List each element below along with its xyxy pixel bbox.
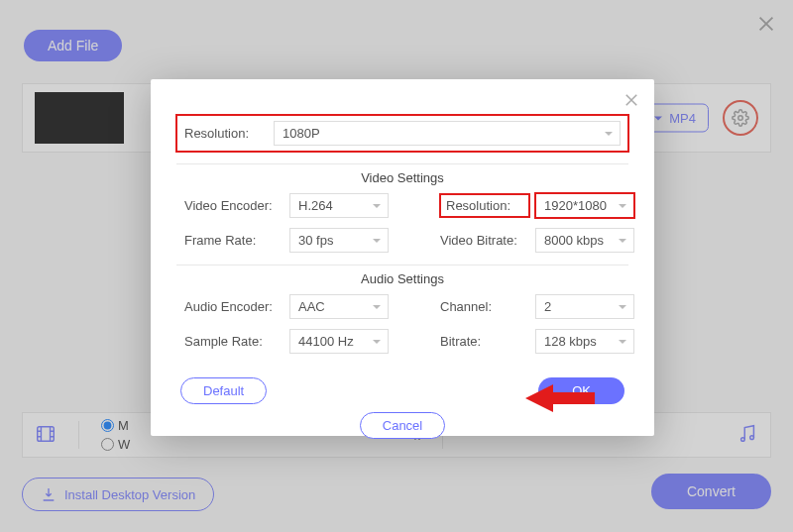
- svg-rect-1: [38, 426, 55, 441]
- frame-rate-value: 30 fps: [298, 233, 333, 248]
- audio-bitrate-label: Bitrate:: [440, 334, 529, 349]
- audio-encoder-label: Audio Encoder:: [184, 299, 283, 314]
- svg-point-0: [738, 116, 743, 121]
- audio-encoder-select[interactable]: AAC: [289, 294, 389, 319]
- ok-button[interactable]: OK: [538, 377, 624, 404]
- default-label: Default: [203, 383, 244, 398]
- svg-point-3: [750, 435, 754, 439]
- audio-bitrate-value: 128 kbps: [544, 334, 597, 349]
- channel-select[interactable]: 2: [535, 294, 634, 319]
- video-resolution-select[interactable]: 1920*1080: [535, 193, 634, 218]
- video-settings-grid: Video Encoder: H.264 Resolution: 1920*10…: [176, 193, 628, 253]
- audio-settings-title: Audio Settings: [176, 265, 628, 286]
- format-label: MP4: [669, 111, 696, 126]
- video-bitrate-label: Video Bitrate:: [440, 233, 529, 248]
- svg-point-2: [741, 437, 745, 441]
- settings-button[interactable]: [723, 100, 758, 136]
- chevron-down-icon: [654, 117, 662, 125]
- install-label: Install Desktop Version: [64, 487, 195, 502]
- sample-rate-value: 44100 Hz: [298, 334, 354, 349]
- music-icon[interactable]: [736, 423, 758, 448]
- convert-button[interactable]: Convert: [651, 474, 771, 509]
- default-button[interactable]: Default: [180, 377, 267, 404]
- frame-rate-label: Frame Rate:: [184, 233, 283, 248]
- profile-resolution-select[interactable]: 1080P: [274, 121, 621, 146]
- sample-rate-label: Sample Rate:: [184, 334, 283, 349]
- radio-1-letter: M: [118, 418, 129, 433]
- channel-value: 2: [544, 299, 551, 314]
- radio-2-letter: W: [118, 437, 130, 452]
- radio-input[interactable]: [101, 419, 114, 432]
- radio-input[interactable]: [101, 438, 114, 451]
- video-encoder-label: Video Encoder:: [184, 198, 283, 213]
- ok-label: OK: [572, 383, 591, 398]
- divider: [78, 421, 79, 449]
- convert-label: Convert: [687, 483, 736, 499]
- profile-resolution-label: Resolution:: [184, 126, 264, 141]
- video-settings-title: Video Settings: [176, 163, 628, 185]
- add-file-button[interactable]: Add File: [24, 30, 122, 61]
- gear-icon: [732, 109, 749, 127]
- settings-dialog: Resolution: 1080P Video Settings Video E…: [151, 79, 654, 436]
- profile-resolution-value: 1080P: [283, 126, 320, 141]
- film-icon: [35, 423, 57, 448]
- dialog-button-row: Default OK: [176, 377, 628, 404]
- merge-radio-1[interactable]: M: [101, 418, 130, 433]
- video-bitrate-select[interactable]: 8000 kbps: [535, 228, 634, 253]
- add-file-label: Add File: [48, 38, 98, 53]
- sample-rate-select[interactable]: 44100 Hz: [289, 329, 389, 354]
- video-resolution-label: Resolution:: [440, 194, 529, 217]
- frame-rate-select[interactable]: 30 fps: [289, 228, 389, 253]
- video-thumbnail[interactable]: [35, 92, 124, 144]
- cancel-button[interactable]: Cancel: [360, 412, 445, 439]
- video-resolution-value: 1920*1080: [544, 198, 607, 213]
- video-encoder-select[interactable]: H.264: [289, 193, 389, 218]
- video-encoder-value: H.264: [298, 198, 333, 213]
- download-icon: [41, 486, 57, 502]
- install-desktop-button[interactable]: Install Desktop Version: [22, 478, 214, 511]
- audio-bitrate-select[interactable]: 128 kbps: [535, 329, 634, 354]
- audio-encoder-value: AAC: [298, 299, 325, 314]
- channel-label: Channel:: [440, 299, 529, 314]
- video-bitrate-value: 8000 kbps: [544, 233, 604, 248]
- audio-settings-grid: Audio Encoder: AAC Channel: 2 Sample Rat…: [176, 294, 628, 354]
- cancel-label: Cancel: [383, 418, 422, 433]
- page-close-icon[interactable]: [755, 10, 777, 42]
- profile-resolution-row: Resolution: 1080P: [176, 115, 628, 152]
- merge-radio-2[interactable]: W: [101, 437, 130, 452]
- close-icon[interactable]: [623, 89, 640, 115]
